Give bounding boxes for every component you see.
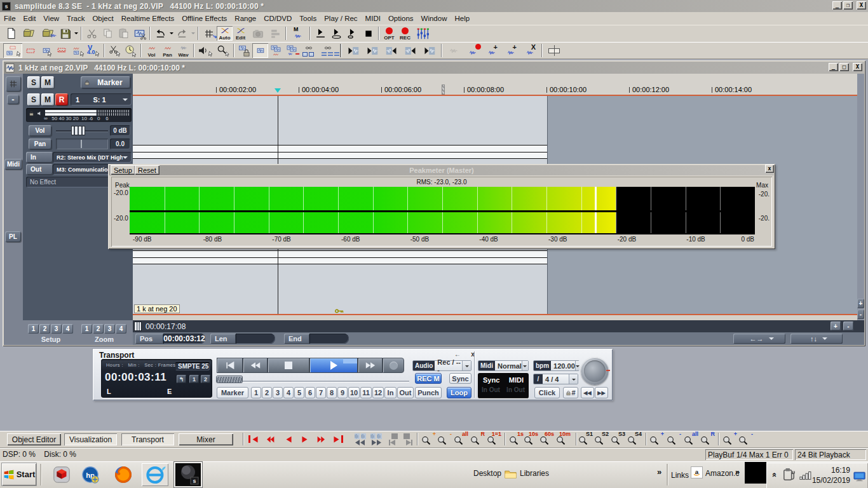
paste-button[interactable]: [116, 26, 132, 41]
menu-play-rec[interactable]: Play / Rec: [320, 13, 361, 24]
end-value[interactable]: [309, 334, 349, 344]
tray-expand-chevron[interactable]: »: [769, 473, 778, 477]
track1-input-combo[interactable]: R2: Stereo Mix (IDT High De: [53, 152, 132, 163]
track1-out-button[interactable]: Out: [26, 164, 53, 175]
auto-crossfade-button[interactable]: Auto: [217, 26, 233, 41]
loop-button[interactable]: Loop: [447, 387, 471, 398]
menu-tools[interactable]: Tools: [295, 13, 320, 24]
midi-record-mode-button[interactable]: M: [288, 26, 308, 41]
play-loop-button[interactable]: [329, 26, 344, 41]
track-zoom-out-button[interactable]: -: [857, 309, 864, 319]
rec-mode-button[interactable]: REC M: [415, 373, 442, 384]
len-button[interactable]: Len: [210, 334, 236, 344]
zoom-snapshot-1-button[interactable]: S1: [577, 432, 593, 446]
marker-button[interactable]: Marker: [81, 76, 130, 88]
save-button[interactable]: [57, 26, 73, 41]
hzoom-in-button[interactable]: +: [831, 322, 841, 330]
marker-6-button[interactable]: 6: [305, 387, 315, 398]
arrange-button[interactable]: [268, 26, 283, 41]
zoom-4-button[interactable]: 4: [116, 324, 126, 334]
punch-marker-button[interactable]: [444, 43, 463, 58]
setup-2-button[interactable]: 2: [39, 324, 50, 334]
cut-button[interactable]: [84, 26, 100, 41]
scrub-mouse-mode-button[interactable]: [196, 43, 215, 58]
link-all-tracks-button[interactable]: ━: [284, 43, 300, 58]
power-plug-icon[interactable]: [783, 468, 796, 482]
click-button[interactable]: Click: [534, 387, 560, 398]
signature-dropdown-arrow[interactable]: [569, 374, 578, 384]
marker-8-button[interactable]: 8: [327, 387, 337, 398]
peakmeter-setup-button[interactable]: Setup: [111, 165, 135, 175]
zoom-plus-h-button[interactable]: -: [436, 432, 452, 446]
taskbar-desktop-label[interactable]: Desktop: [473, 469, 501, 478]
master-solo-button[interactable]: S: [27, 76, 40, 88]
menu-cddvd[interactable]: CD/DVD: [260, 13, 295, 24]
curve-mouse-mode-button[interactable]: [54, 43, 70, 58]
punch-out-button[interactable]: +: [501, 43, 520, 58]
quicklaunch-samplitude-icon[interactable]: s: [175, 463, 201, 487]
track-midi-button[interactable]: Midi: [4, 159, 22, 170]
draw-volume-mode-button[interactable]: V4.0: [86, 43, 102, 58]
marker-12-button[interactable]: 12: [372, 387, 384, 398]
object-start-button[interactable]: [384, 432, 401, 446]
track1-in-button[interactable]: In: [26, 152, 53, 163]
pan-curve-button[interactable]: Pan: [159, 43, 175, 58]
hscroll-mode-button[interactable]: ←→: [733, 334, 785, 344]
rewind-button[interactable]: [243, 358, 268, 373]
transport-back-button[interactable]: ←: [452, 351, 463, 358]
transport-close-button[interactable]: x: [468, 351, 478, 358]
setup-3-button[interactable]: 3: [51, 324, 62, 334]
master-mute-button[interactable]: M: [41, 76, 54, 88]
peakmeter-reset-button[interactable]: Reset: [135, 165, 159, 175]
seek-back-fast-button[interactable]: [262, 432, 280, 446]
zoom-snapshot-4-button[interactable]: S4: [626, 432, 642, 446]
menu-edit[interactable]: Edit: [20, 13, 40, 24]
track1-pan-button[interactable]: Pan: [29, 139, 51, 149]
zoom-all-store-button[interactable]: all: [682, 432, 698, 446]
setup-4-button[interactable]: 4: [62, 324, 73, 334]
libraries-folder-icon[interactable]: [504, 468, 517, 480]
quicklaunch-red-cube-icon[interactable]: [51, 464, 72, 485]
smpte-format-combo[interactable]: SMPTE 25: [175, 362, 210, 370]
object-mouse-mode-button[interactable]: [38, 43, 54, 58]
redo-dropdown[interactable]: [190, 27, 196, 40]
snapshot-button[interactable]: [248, 26, 268, 41]
taskbar-amazon-label[interactable]: Amazon.c: [705, 469, 739, 478]
sync-label[interactable]: Sync: [483, 376, 499, 384]
audio-dropdown-arrow[interactable]: [462, 361, 471, 370]
end-button[interactable]: End: [284, 334, 309, 344]
tray-clock[interactable]: 16:19 15/02/2019: [812, 465, 850, 485]
zoom-in-wave-button[interactable]: +: [721, 432, 737, 446]
open-project-button[interactable]: [19, 26, 38, 41]
menu-range[interactable]: Range: [231, 13, 260, 24]
zoom-mouse-mode-button[interactable]: [215, 43, 231, 58]
record-options-button[interactable]: OPT: [381, 26, 397, 41]
network-signal-icon[interactable]: [799, 470, 813, 480]
group-button[interactable]: [300, 43, 319, 58]
object-editor-button[interactable]: [545, 43, 564, 58]
time-undo-button[interactable]: ↰: [177, 375, 186, 383]
quicklaunch-firefox-icon[interactable]: [112, 464, 134, 485]
midi-mode-combo[interactable]: MidiNormal: [478, 360, 529, 371]
amazon-icon[interactable]: a: [691, 467, 702, 478]
zoom-out-store-button[interactable]: -: [665, 432, 681, 446]
new-project-button[interactable]: [3, 26, 19, 41]
zoom-snapshot-3-button[interactable]: S3: [609, 432, 625, 446]
object-curve-mode-button[interactable]: [70, 43, 86, 58]
save-dropdown[interactable]: [73, 27, 79, 40]
track1-mute-button[interactable]: M: [41, 93, 54, 105]
marker-5-button[interactable]: 5: [294, 387, 304, 398]
slider-handle[interactable]: [217, 376, 242, 383]
midi2-label[interactable]: MIDI: [509, 376, 524, 384]
doc-close-button[interactable]: X: [853, 63, 862, 71]
wave-curve-button[interactable]: Wav: [175, 43, 191, 58]
setup-1-button[interactable]: 1: [28, 324, 39, 334]
tab-object-editor[interactable]: Object Editor: [7, 433, 61, 445]
marker-7-button[interactable]: 7: [316, 387, 326, 398]
hzoom-out-button[interactable]: -: [843, 322, 853, 330]
track1-name-combo[interactable]: 1 S: 1: [71, 93, 132, 105]
restore-button[interactable]: ❐: [843, 1, 853, 10]
volume-curve-button[interactable]: Vol: [144, 43, 159, 58]
play-button[interactable]: [309, 358, 358, 373]
marker-4-button[interactable]: 4: [283, 387, 294, 398]
